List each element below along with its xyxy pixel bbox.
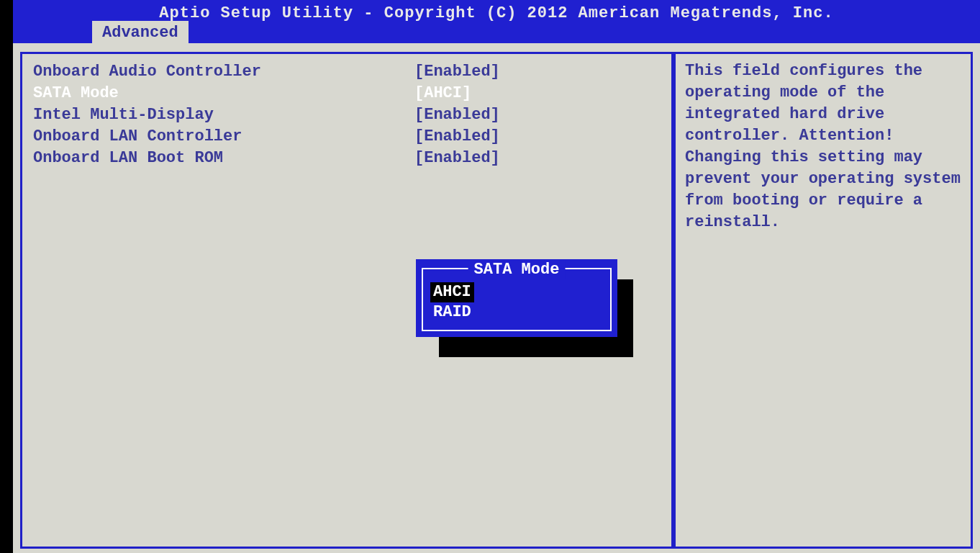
setting-label: Onboard LAN Boot ROM <box>33 149 414 167</box>
body-area: Onboard Audio Controller [Enabled] SATA … <box>13 43 980 553</box>
tab-advanced[interactable]: Advanced <box>92 21 189 43</box>
setting-label: Intel Multi-Display <box>33 106 414 124</box>
popup-options: AHCI RAID <box>430 282 474 323</box>
bios-screen: Aptio Setup Utility - Copyright (C) 2012… <box>13 0 980 553</box>
header-title: Aptio Setup Utility - Copyright (C) 2012… <box>13 0 980 22</box>
setting-onboard-lan-controller[interactable]: Onboard LAN Controller [Enabled] <box>33 125 500 147</box>
help-text: This field configures the operating mode… <box>685 60 966 233</box>
setting-value: [Enabled] <box>414 149 500 167</box>
setting-intel-multi-display[interactable]: Intel Multi-Display [Enabled] <box>33 104 500 125</box>
settings-list: Onboard Audio Controller [Enabled] SATA … <box>33 60 500 168</box>
setting-value: [Enabled] <box>414 63 500 81</box>
setting-value: [Enabled] <box>414 106 500 124</box>
setting-label: SATA Mode <box>33 84 414 102</box>
setting-onboard-lan-boot-rom[interactable]: Onboard LAN Boot ROM [Enabled] <box>33 147 500 168</box>
popup-option-raid[interactable]: RAID <box>430 303 474 321</box>
popup-sata-mode: SATA Mode AHCI RAID <box>416 259 617 337</box>
setting-onboard-audio[interactable]: Onboard Audio Controller [Enabled] <box>33 60 500 82</box>
setting-value: [Enabled] <box>414 127 500 145</box>
setting-value: [AHCI] <box>414 84 471 102</box>
header-bar: Aptio Setup Utility - Copyright (C) 2012… <box>13 0 980 43</box>
popup-option-ahci[interactable]: AHCI <box>430 282 474 302</box>
setting-sata-mode[interactable]: SATA Mode [AHCI] <box>33 82 500 104</box>
setting-label: Onboard LAN Controller <box>33 127 414 145</box>
popup-title: SATA Mode <box>468 261 566 279</box>
setting-label: Onboard Audio Controller <box>33 63 414 81</box>
